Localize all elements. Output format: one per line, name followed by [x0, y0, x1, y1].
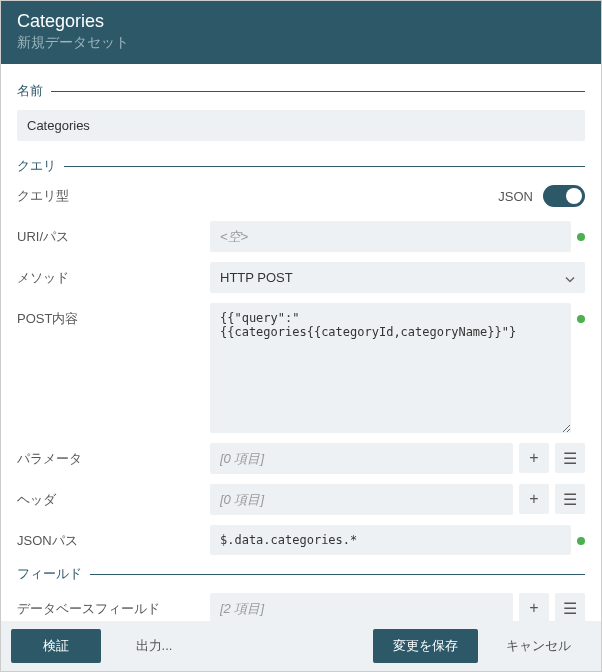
- headers-input[interactable]: [210, 484, 513, 515]
- jsonpath-input[interactable]: [210, 525, 571, 555]
- uri-input[interactable]: [210, 221, 571, 252]
- section-query: クエリ: [17, 157, 585, 175]
- dialog-footer: 検証 出力... 変更を保存 キャンセル: [1, 621, 601, 671]
- output-button[interactable]: 出力...: [109, 629, 199, 663]
- params-add-button[interactable]: +: [519, 443, 549, 473]
- jsonpath-label: JSONパス: [17, 525, 202, 550]
- query-type-label: クエリ型: [17, 187, 202, 205]
- post-label: POST内容: [17, 303, 202, 328]
- db-fields-label: データベースフィールド: [17, 593, 202, 618]
- cancel-button[interactable]: キャンセル: [486, 629, 591, 663]
- jsonpath-status-dot: [577, 537, 585, 545]
- plus-icon: +: [529, 449, 538, 467]
- post-status-dot: [577, 315, 585, 323]
- validate-button[interactable]: 検証: [11, 629, 101, 663]
- method-select[interactable]: HTTP POST: [210, 262, 585, 293]
- name-input[interactable]: [17, 110, 585, 141]
- query-type-toggle[interactable]: [543, 185, 585, 207]
- dialog-content: 名前 クエリ クエリ型 JSON URI/パス メソッド HTTP POST: [1, 64, 601, 621]
- section-name: 名前: [17, 82, 585, 100]
- menu-icon: ☰: [563, 490, 577, 509]
- db-fields-menu-button[interactable]: ☰: [555, 593, 585, 621]
- uri-label: URI/パス: [17, 221, 202, 246]
- section-name-label: 名前: [17, 82, 43, 100]
- query-type-value: JSON: [498, 189, 533, 204]
- dialog-header: Categories 新規データセット: [1, 1, 601, 64]
- section-query-label: クエリ: [17, 157, 56, 175]
- plus-icon: +: [529, 599, 538, 617]
- section-fields-label: フィールド: [17, 565, 82, 583]
- plus-icon: +: [529, 490, 538, 508]
- dialog-title: Categories: [17, 11, 585, 32]
- uri-status-dot: [577, 233, 585, 241]
- headers-add-button[interactable]: +: [519, 484, 549, 514]
- headers-label: ヘッダ: [17, 484, 202, 509]
- method-label: メソッド: [17, 262, 202, 287]
- db-fields-add-button[interactable]: +: [519, 593, 549, 621]
- section-fields: フィールド: [17, 565, 585, 583]
- params-label: パラメータ: [17, 443, 202, 468]
- params-input[interactable]: [210, 443, 513, 474]
- post-content-textarea[interactable]: {{"query":"{{categories{{categoryId,cate…: [210, 303, 571, 433]
- params-menu-button[interactable]: ☰: [555, 443, 585, 473]
- menu-icon: ☰: [563, 599, 577, 618]
- dialog-subtitle: 新規データセット: [17, 34, 585, 52]
- menu-icon: ☰: [563, 449, 577, 468]
- db-fields-input[interactable]: [210, 593, 513, 621]
- toggle-knob: [566, 188, 582, 204]
- save-button[interactable]: 変更を保存: [373, 629, 478, 663]
- headers-menu-button[interactable]: ☰: [555, 484, 585, 514]
